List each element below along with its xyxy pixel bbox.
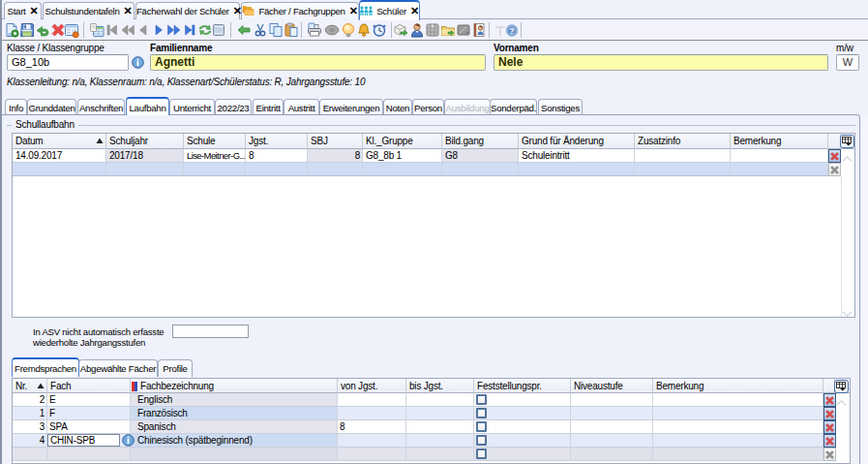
svg-text:?: ? [509,26,514,36]
